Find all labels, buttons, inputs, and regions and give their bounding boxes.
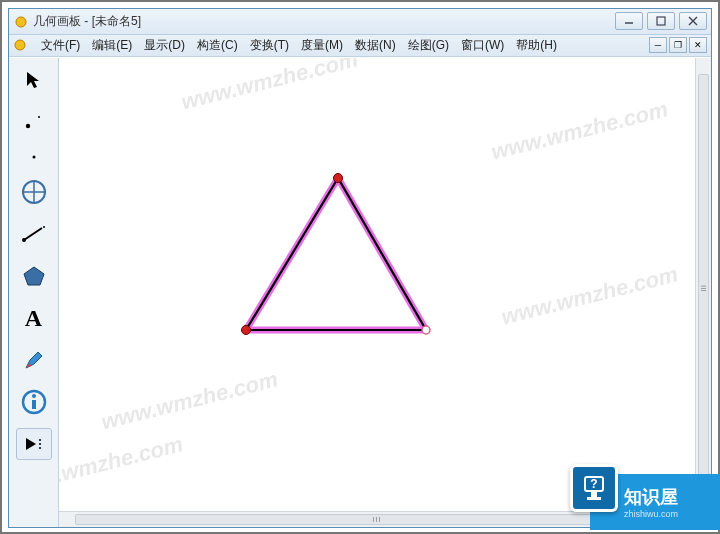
badge-icon: ?: [570, 464, 618, 512]
menu-file[interactable]: 文件(F): [35, 35, 86, 56]
menu-window[interactable]: 窗口(W): [455, 35, 510, 56]
vertical-scrollbar[interactable]: III: [695, 58, 711, 511]
svg-rect-2: [657, 17, 665, 25]
doc-icon: [13, 38, 29, 54]
svg-rect-18: [32, 400, 36, 409]
canvas-area: www.wmzhe.com www.wmzhe.com www.wmzhe.co…: [59, 58, 711, 527]
svg-marker-22: [246, 178, 426, 330]
mdi-restore-button[interactable]: ❐: [669, 37, 687, 53]
svg-rect-26: [591, 491, 597, 497]
menu-display[interactable]: 显示(D): [138, 35, 191, 56]
svg-point-17: [32, 394, 36, 398]
mdi-minimize-button[interactable]: ─: [649, 37, 667, 53]
svg-point-21: [39, 447, 41, 449]
text-tool-label: A: [25, 305, 42, 332]
scroll-mark: III: [699, 285, 708, 292]
svg-point-0: [16, 17, 26, 27]
svg-marker-15: [24, 267, 44, 285]
vertex-right[interactable]: [422, 326, 430, 334]
minimize-button[interactable]: [615, 12, 643, 30]
arrow-tool[interactable]: [16, 64, 52, 96]
close-button[interactable]: [679, 12, 707, 30]
vertex-left[interactable]: [242, 326, 251, 335]
mdi-close-button[interactable]: ✕: [689, 37, 707, 53]
vertex-top[interactable]: [334, 174, 343, 183]
menu-transform[interactable]: 变换(T): [244, 35, 295, 56]
info-tool[interactable]: [16, 386, 52, 418]
dot-tool[interactable]: [16, 148, 52, 166]
svg-line-12: [24, 228, 42, 240]
menu-graph[interactable]: 绘图(G): [402, 35, 455, 56]
svg-point-14: [43, 226, 45, 228]
triangle-shape[interactable]: [59, 58, 695, 511]
app-icon: [13, 14, 29, 30]
menu-bar: 文件(F) 编辑(E) 显示(D) 构造(C) 变换(T) 度量(M) 数据(N…: [9, 35, 711, 57]
menu-construct[interactable]: 构造(C): [191, 35, 244, 56]
svg-text:?: ?: [590, 477, 597, 491]
polygon-tool[interactable]: [16, 260, 52, 292]
svg-point-6: [25, 124, 29, 128]
app-window: 几何画板 - [未命名5] 文件(F) 编辑(E) 显示(D) 构造(C) 变换…: [8, 8, 712, 528]
workspace: A www.wmzhe.com w: [9, 58, 711, 527]
svg-point-19: [39, 439, 41, 441]
svg-point-13: [22, 238, 26, 242]
svg-marker-23: [246, 178, 426, 330]
title-bar[interactable]: 几何画板 - [未命名5]: [9, 9, 711, 35]
menu-measure[interactable]: 度量(M): [295, 35, 349, 56]
marker-tool[interactable]: [16, 344, 52, 376]
circle-tool[interactable]: [16, 176, 52, 208]
maximize-button[interactable]: [647, 12, 675, 30]
toolbox: A: [9, 58, 59, 527]
menu-help[interactable]: 帮助(H): [510, 35, 563, 56]
custom-tool[interactable]: [16, 428, 52, 460]
svg-rect-27: [587, 497, 601, 500]
window-title: 几何画板 - [未命名5]: [33, 13, 141, 30]
text-tool[interactable]: A: [16, 302, 52, 334]
menu-edit[interactable]: 编辑(E): [86, 35, 138, 56]
svg-point-20: [39, 443, 41, 445]
menu-data[interactable]: 数据(N): [349, 35, 402, 56]
segment-tool[interactable]: [16, 218, 52, 250]
badge-subtitle: zhishiwu.com: [624, 509, 678, 519]
svg-point-7: [38, 116, 40, 118]
point-tool[interactable]: [16, 106, 52, 138]
svg-point-8: [32, 156, 35, 159]
badge-title: 知识屋: [624, 485, 678, 509]
svg-point-5: [15, 40, 25, 50]
drawing-canvas[interactable]: www.wmzhe.com www.wmzhe.com www.wmzhe.co…: [59, 58, 695, 511]
site-badge[interactable]: 知识屋 zhishiwu.com ?: [570, 464, 720, 530]
